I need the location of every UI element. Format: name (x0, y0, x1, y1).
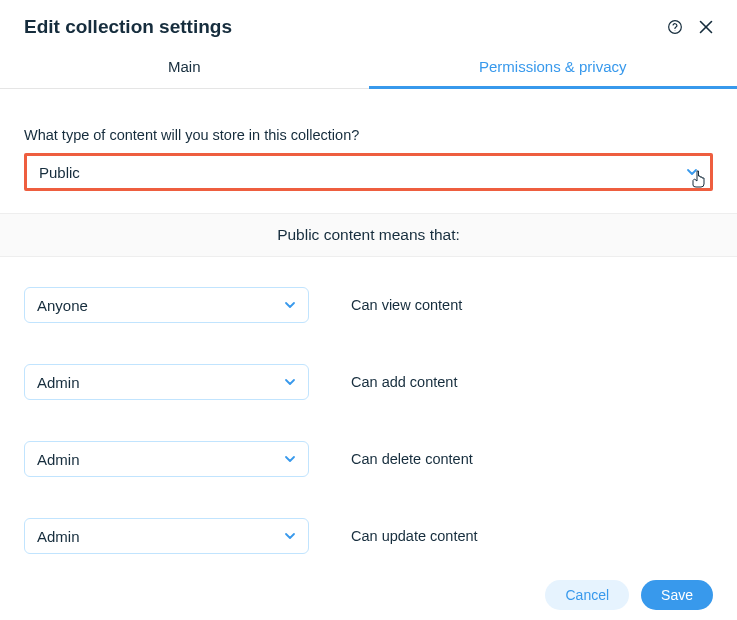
permission-label-add: Can add content (351, 374, 457, 390)
info-banner: Public content means that: (0, 213, 737, 257)
tab-permissions[interactable]: Permissions & privacy (369, 46, 738, 88)
permission-row-update: Admin Can update content (24, 518, 713, 554)
permission-select-value: Admin (37, 451, 80, 468)
svg-point-0 (669, 21, 682, 34)
chevron-down-icon (284, 530, 296, 542)
permission-row-add: Admin Can add content (24, 364, 713, 400)
save-button[interactable]: Save (641, 580, 713, 610)
permission-row-view: Anyone Can view content (24, 287, 713, 323)
tab-main[interactable]: Main (0, 46, 369, 88)
permission-select-update[interactable]: Admin (24, 518, 309, 554)
content-type-select[interactable]: Public (27, 156, 710, 188)
permission-label-view: Can view content (351, 297, 462, 313)
permission-label-delete: Can delete content (351, 451, 473, 467)
close-icon[interactable] (699, 20, 713, 34)
dialog-footer: Cancel Save (545, 580, 713, 610)
permission-select-value: Admin (37, 528, 80, 545)
svg-point-1 (675, 30, 676, 31)
permission-select-delete[interactable]: Admin (24, 441, 309, 477)
permission-row-delete: Admin Can delete content (24, 441, 713, 477)
help-icon[interactable] (667, 19, 683, 35)
header-actions (667, 19, 713, 35)
dialog-header: Edit collection settings (0, 0, 737, 42)
dialog-title: Edit collection settings (24, 16, 232, 38)
content-type-select-highlight: Public (24, 153, 713, 191)
content-type-label: What type of content will you store in t… (24, 127, 713, 143)
chevron-down-icon (686, 166, 698, 178)
permission-select-value: Admin (37, 374, 80, 391)
chevron-down-icon (284, 299, 296, 311)
tabs: Main Permissions & privacy (0, 46, 737, 89)
permission-select-view[interactable]: Anyone (24, 287, 309, 323)
permission-select-value: Anyone (37, 297, 88, 314)
chevron-down-icon (284, 453, 296, 465)
permissions-list: Anyone Can view content Admin Can add co… (0, 257, 737, 554)
tab-content: What type of content will you store in t… (0, 89, 737, 257)
permission-select-add[interactable]: Admin (24, 364, 309, 400)
content-type-value: Public (39, 164, 80, 181)
cancel-button[interactable]: Cancel (545, 580, 629, 610)
permission-label-update: Can update content (351, 528, 478, 544)
chevron-down-icon (284, 376, 296, 388)
